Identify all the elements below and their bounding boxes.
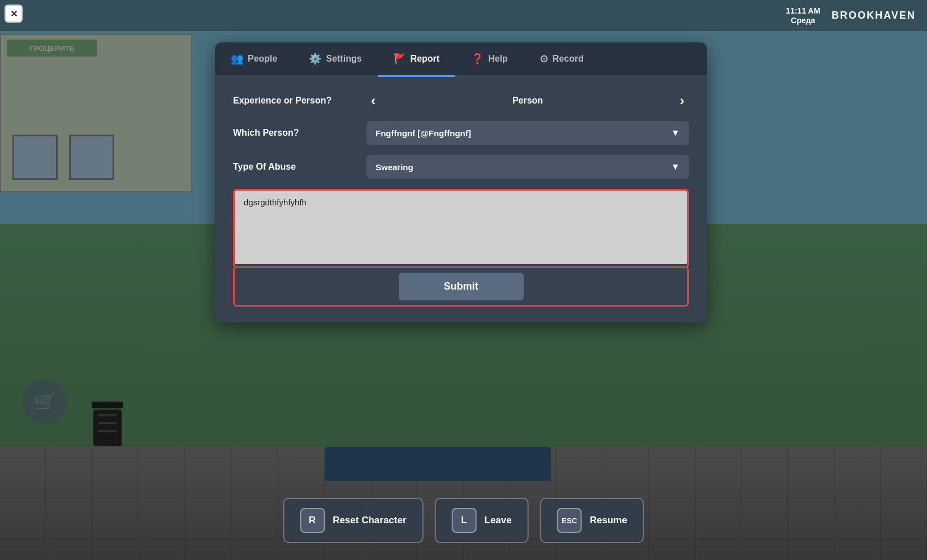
tab-report[interactable]: 🚩 Report [378,42,456,77]
reset-character-label: Reset Character [333,515,406,526]
report-icon: 🚩 [394,53,406,65]
resume-key-badge: ESC [557,508,582,533]
reset-character-button[interactable]: R Reset Character [283,498,423,543]
game-logo: BROOKHAVEN [831,10,916,21]
which-person-dropdown[interactable]: Fngffngnf [@Fngffngnf] ▼ [367,121,689,145]
which-person-value: Fngffngnf [@Fngffngnf] [376,128,471,138]
tab-settings-label: Settings [326,54,361,64]
tab-report-label: Report [411,54,440,64]
abuse-type-value: Swearing [376,162,413,172]
abuse-type-dropdown[interactable]: Swearing ▼ [367,155,689,179]
experience-label: Experience or Person? [233,96,357,106]
help-icon: ❓ [471,53,484,65]
nav-container: ‹ Person › [367,91,689,111]
tab-record-label: Record [553,54,584,64]
main-dialog: 👥 People ⚙️ Settings 🚩 Report ❓ Help ⊙ R… [215,42,707,322]
reset-key-badge: R [300,508,325,533]
time-display: 11:11 AM Среда [786,6,820,25]
submit-button[interactable]: Submit [399,273,524,300]
tab-people[interactable]: 👥 People [215,42,293,77]
textarea-wrapper [233,189,689,268]
which-person-label: Which Person? [233,128,357,138]
tab-bar: 👥 People ⚙️ Settings 🚩 Report ❓ Help ⊙ R… [215,42,707,77]
abuse-type-row: Type Of Abuse Swearing ▼ [233,155,689,179]
nav-value: Person [380,96,675,106]
abuse-type-label: Type Of Abuse [233,162,357,172]
resume-button[interactable]: ESC Resume [540,498,644,543]
tab-people-label: People [248,54,277,64]
tab-record[interactable]: ⊙ Record [524,42,600,77]
tab-help[interactable]: ❓ Help [455,42,524,77]
leave-button[interactable]: L Leave [435,498,529,543]
report-textarea[interactable] [235,191,687,264]
top-bar: 11:11 AM Среда BROOKHAVEN [0,0,927,31]
tab-help-label: Help [488,54,508,64]
leave-label: Leave [485,515,512,526]
bottom-bar: R Reset Character L Leave ESC Resume [283,498,644,543]
experience-row: Experience or Person? ‹ Person › [233,91,689,111]
dropdown-arrow-person: ▼ [671,128,680,138]
submit-wrapper: Submit [233,266,689,307]
settings-icon: ⚙️ [309,53,321,65]
people-icon: 👥 [231,53,243,65]
nav-left-button[interactable]: ‹ [367,91,380,111]
resume-label: Resume [590,515,627,526]
which-person-row: Which Person? Fngffngnf [@Fngffngnf] ▼ [233,121,689,145]
nav-right-button[interactable]: › [675,91,689,111]
tab-settings[interactable]: ⚙️ Settings [293,42,377,77]
dropdown-arrow-abuse: ▼ [671,162,680,172]
close-button[interactable]: ✕ [5,5,23,23]
time: 11:11 AM [786,6,820,16]
dialog-body: Experience or Person? ‹ Person › Which P… [215,77,707,322]
record-icon: ⊙ [540,53,548,65]
leave-key-badge: L [452,508,477,533]
day: Среда [786,16,820,25]
